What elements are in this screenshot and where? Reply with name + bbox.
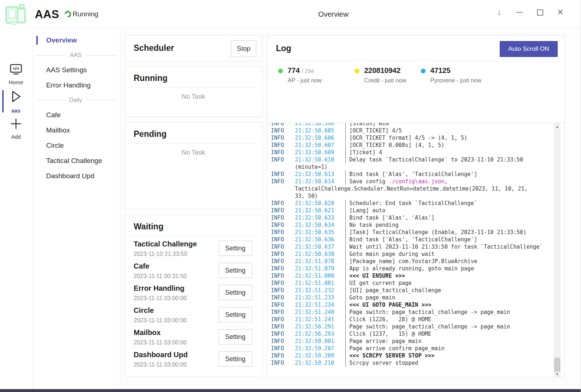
stat-dot-icon (355, 69, 359, 73)
close-button[interactable]: ✕ (550, 4, 570, 20)
log-message: App is already running, goto main page (345, 265, 474, 272)
rail-label-add: Add (0, 134, 32, 140)
log-scroll-area[interactable]: INFO21:32:50.598[Status] WININFO21:32:50… (267, 123, 564, 377)
log-text-segment: Save config (349, 178, 389, 185)
log-row: INFO21:32:59.209<<< SCRCPY SERVER STOP >… (271, 352, 553, 359)
log-message: <<< UI GOTO PAGE_MAIN >>> (345, 301, 431, 309)
log-level: INFO (271, 127, 295, 134)
log-level: INFO (271, 316, 295, 323)
nav-item-dashboard-upd[interactable]: Dashboard Upd (33, 168, 120, 184)
rail-item-add[interactable]: Add (0, 118, 32, 140)
scrollbar-up-arrow[interactable]: ▲ (554, 123, 561, 130)
log-level: INFO (271, 345, 295, 352)
page-title: Overview (318, 10, 348, 19)
log-row: INFO21:32:51.241Click (1226, 28) @ HOME (271, 316, 553, 323)
setting-button-error-handling[interactable]: Setting (219, 285, 252, 300)
log-level: INFO (271, 142, 295, 149)
log-timestamp: 21:32:50.621 (295, 207, 345, 214)
log-message: [OCR_TICKET 0.008s] (4, 1, 5) (345, 142, 444, 149)
log-timestamp: 21:32:51.079 (295, 265, 345, 272)
log-level: INFO (271, 359, 295, 367)
maximize-button[interactable] (530, 4, 550, 20)
nav-item-tactical-challenge[interactable]: Tactical Challenge (33, 153, 120, 168)
rail-item-home[interactable]: </> Home (0, 64, 32, 85)
scrollbar-thumb[interactable] (554, 358, 560, 372)
log-timestamp: 21:32:51.240 (295, 309, 345, 316)
nav-divider-daily: Daily (33, 93, 120, 107)
nav-item-overview[interactable]: Overview (33, 33, 120, 48)
log-timestamp: 21:32:50.606 (295, 134, 345, 142)
setting-button-circle[interactable]: Setting (219, 307, 252, 322)
app-name: AAS (35, 8, 59, 21)
log-timestamp: 21:32:51.241 (295, 316, 345, 323)
log-row: INFO21:32:51.232[UI] page_tactical_chall… (271, 287, 553, 294)
log-message-continuation: 33, 50) (295, 192, 318, 200)
svg-text:</>: </> (13, 66, 19, 71)
nav-item-aas-settings[interactable]: AAS Settings (33, 62, 120, 78)
main-content: Scheduler Stop Running No Task Pending N… (120, 28, 581, 389)
log-timestamp: 21:32:50.613 (295, 171, 345, 178)
log-message: [Lang] auto (345, 207, 385, 214)
window-controls: ↓ ✕ (489, 4, 570, 20)
log-row: INFO21:32:50.636Bind task ['Alas', 'Tact… (271, 236, 553, 243)
rail-item-aas[interactable]: aas (0, 89, 32, 114)
log-timestamp: 21:32:50.598 (295, 123, 345, 127)
auto-scroll-button[interactable]: Auto Scroll ON (500, 41, 558, 57)
title-bar: AAS Running Overview ↓ ✕ (0, 0, 581, 28)
log-level: INFO (271, 272, 295, 279)
log-timestamp: 21:32:51.081 (295, 279, 345, 287)
log-timestamp: 21:32:50.637 (295, 243, 345, 250)
log-row: INFO21:32:50.606[OCR_TICKET format] 4/5 … (271, 134, 553, 142)
log-row: INFO21:32:50.633Bind task ['Alas', 'Alas… (271, 214, 553, 221)
log-message: Delay task `TacticalChallenge` to 2023-1… (345, 156, 523, 163)
log-row: INFO21:32:50.598[Status] WIN (271, 123, 553, 127)
nav-divider-aas: AAS (33, 48, 120, 62)
nav-item-mailbox[interactable]: Mailbox (33, 123, 120, 138)
log-message: [OCR_TICKET format] 4/5 -> (4, 1, 5) (345, 134, 467, 142)
setting-button-tactical-challenge[interactable]: Setting (219, 241, 252, 256)
log-timestamp: 21:32:50.634 (295, 221, 345, 229)
log-message: Wait until 2023-11-10 21:33:50 for task … (345, 243, 543, 250)
nav-panel: OverviewAASAAS SettingsError HandlingDai… (33, 28, 120, 389)
log-file-path: ./config\aas.json (389, 178, 444, 185)
divider (128, 236, 259, 236)
waiting-task-dashboard-upd: Dashboard Upd2023-11-11 03:00:00Setting (125, 348, 262, 371)
nav-item-cafe[interactable]: Cafe (33, 107, 120, 123)
log-level: INFO (271, 214, 295, 221)
waiting-task-tactical-challenge: Tactical Challenge2023-11-10 21:33:50Set… (125, 238, 262, 260)
log-timestamp: 21:32:50.635 (295, 229, 345, 236)
divider (128, 87, 259, 88)
setting-button-mailbox[interactable]: Setting (219, 329, 252, 344)
log-row: INFO21:32:50.635[Task] TacticalChallenge… (271, 229, 553, 236)
nav-item-error-handling[interactable]: Error Handling (33, 78, 120, 93)
log-row: INFO21:32:50.621[Lang] auto (271, 207, 553, 214)
log-level: INFO (271, 207, 295, 214)
log-row: TacticalChallenge.Scheduler.NextRun=date… (271, 185, 553, 192)
log-timestamp: 21:32:50.605 (295, 127, 345, 134)
setting-button-cafe[interactable]: Setting (219, 263, 252, 278)
stat-value: 774 / 234 (288, 66, 322, 75)
waiting-title: Waiting (134, 222, 262, 232)
log-level: INFO (271, 338, 295, 345)
stop-button[interactable]: Stop (231, 40, 256, 57)
scrollbar-down-arrow[interactable]: ▼ (554, 371, 561, 377)
stat-value: 220810942 (364, 66, 406, 75)
setting-button-dashboard-upd[interactable]: Setting (219, 351, 252, 367)
log-level: INFO (271, 171, 295, 178)
minimize-icon (516, 12, 523, 13)
plus-icon (9, 118, 23, 130)
log-timestamp: 21:32:50.633 (295, 214, 345, 221)
waiting-task-circle: Circle2023-11-11 03:00:00Setting (125, 304, 262, 326)
log-level: INFO (271, 229, 295, 236)
run-status-label: Running (73, 10, 98, 18)
log-scrollbar[interactable]: ▲ ▼ (554, 123, 561, 377)
log-level: INFO (271, 178, 295, 185)
log-row: INFO21:32:50.613Bind task ['Alas', 'Tact… (271, 171, 553, 178)
hide-to-tray-button[interactable]: ↓ (489, 4, 509, 20)
log-level: INFO (271, 265, 295, 272)
nav-item-circle[interactable]: Circle (33, 138, 120, 153)
log-message: No task pending (345, 221, 398, 229)
minimize-button[interactable] (509, 4, 530, 20)
log-message: [OCR_TICKET] 4/5 (345, 127, 402, 134)
log-row: INFO21:32:50.607[OCR_TICKET 0.008s] (4, … (271, 142, 553, 149)
